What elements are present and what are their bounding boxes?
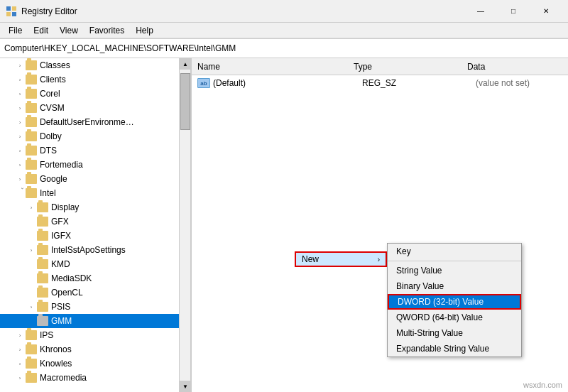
folder-icon <box>37 202 48 212</box>
tree-label: DTS <box>40 146 57 156</box>
menu-edit[interactable]: Edit <box>28 24 54 37</box>
submenu-expandable-string-value[interactable]: Expandable String Value <box>388 341 521 356</box>
folder-icon <box>37 302 48 312</box>
tree-item-ips[interactable]: › IPS <box>0 328 190 342</box>
tree-item-mediasdk[interactable]: › MediaSDK <box>0 271 190 285</box>
tree-item-knowles[interactable]: › Knowles <box>0 356 190 371</box>
tree-label: MediaSDK <box>51 273 92 283</box>
window-title: Registry Editor <box>21 6 464 16</box>
tree-label: GFX <box>51 217 69 227</box>
expand-arrow: › <box>14 145 26 156</box>
expand-arrow: › <box>14 173 26 185</box>
folder-icon <box>37 217 48 227</box>
tree-item-gmm[interactable]: › GMM <box>0 314 190 328</box>
tree-label: Khronos <box>40 344 72 354</box>
tree-label: IPS <box>40 330 53 340</box>
expand-arrow: › <box>26 301 37 312</box>
menu-help[interactable]: Help <box>130 24 159 37</box>
tree-label: Fortemedia <box>40 160 83 170</box>
expand-arrow: › <box>14 131 26 142</box>
tree-item-khronos[interactable]: › Khronos <box>0 342 190 356</box>
folder-icon <box>26 359 37 369</box>
expand-arrow: › <box>14 358 26 369</box>
new-label: New <box>302 254 319 264</box>
tree-item-gfx[interactable]: › GFX <box>0 214 190 229</box>
tree-label: IGFX <box>51 231 71 241</box>
tree-label: KMD <box>51 259 70 269</box>
tree-label: CVSM <box>40 103 65 113</box>
tree-label: IntelSstApoSettings <box>51 245 126 255</box>
tree-label: Knowles <box>40 359 72 369</box>
folder-icon <box>37 288 48 298</box>
menu-file[interactable]: File <box>3 24 28 37</box>
tree-item-psis[interactable]: › PSIS <box>0 300 190 314</box>
tree-item-corel[interactable]: › Corel <box>0 87 190 101</box>
submenu-multi-string-value[interactable]: Multi-String Value <box>388 325 521 341</box>
new-menu-item[interactable]: New › <box>295 251 387 267</box>
expand-arrow: › <box>26 202 37 213</box>
submenu-binary-value[interactable]: Binary Value <box>388 278 521 294</box>
tree-item-defaultuserenvironment[interactable]: › DefaultUserEnvironme… <box>0 115 190 129</box>
expand-arrow: › <box>14 88 26 99</box>
window-controls: — □ ✕ <box>464 0 562 23</box>
title-bar: Registry Editor — □ ✕ <box>0 0 568 23</box>
tree-label: Display <box>51 202 79 212</box>
context-menu-overlay: New › Key String Value Binary Value DWOR… <box>192 58 568 392</box>
submenu-qword-value[interactable]: QWORD (64-bit) Value <box>388 310 521 325</box>
tree-label: OpenCL <box>51 288 83 298</box>
folder-icon <box>26 188 37 198</box>
tree-item-cvsm[interactable]: › CVSM <box>0 101 190 115</box>
folder-icon <box>37 245 48 255</box>
maximize-button[interactable]: □ <box>497 0 530 23</box>
app-icon <box>6 6 17 17</box>
svg-rect-1 <box>12 6 16 11</box>
main-content: › Classes › Clients › Corel › CVSM › Def… <box>0 58 568 392</box>
folder-icon-selected <box>37 316 48 326</box>
tree-item-dolby[interactable]: › Dolby <box>0 129 190 143</box>
expand-arrow: › <box>14 74 26 85</box>
tree-item-kmd[interactable]: › KMD <box>0 257 190 271</box>
tree-label: DefaultUserEnvironme… <box>40 117 134 127</box>
tree-item-igfx[interactable]: › IGFX <box>0 229 190 243</box>
address-bar: Computer\HKEY_LOCAL_MACHINE\SOFTWARE\Int… <box>0 38 568 58</box>
expand-arrow: › <box>14 159 26 170</box>
tree-item-display[interactable]: › Display <box>0 200 190 214</box>
minimize-button[interactable]: — <box>464 0 497 23</box>
folder-icon <box>26 344 37 354</box>
tree-item-intelsstappsettings[interactable]: › IntelSstApoSettings <box>0 243 190 257</box>
expand-arrow: › <box>14 344 26 355</box>
tree-label: Classes <box>40 60 70 70</box>
menu-favorites[interactable]: Favorites <box>84 24 130 37</box>
tree-item-intel[interactable]: › Intel <box>0 186 190 200</box>
tree-item-google[interactable]: › Google <box>0 172 190 186</box>
expand-arrow: › <box>14 372 26 383</box>
submenu-string-value[interactable]: String Value <box>388 263 521 278</box>
submenu-dword-value[interactable]: DWORD (32-bit) Value <box>388 294 521 310</box>
tree-label: GMM <box>51 316 72 326</box>
submenu-key[interactable]: Key <box>388 244 521 259</box>
menu-view[interactable]: View <box>54 24 84 37</box>
expand-arrow: › <box>14 102 26 114</box>
submenu-divider <box>388 261 521 261</box>
tree-label: PSIS <box>51 302 70 312</box>
folder-icon <box>26 131 37 141</box>
tree-item-dts[interactable]: › DTS <box>0 143 190 158</box>
expand-arrow: › <box>14 60 26 71</box>
tree-label: Intel <box>40 188 56 198</box>
folder-icon <box>26 75 37 85</box>
svg-rect-2 <box>6 12 11 16</box>
folder-icon <box>37 259 48 269</box>
folder-icon <box>26 117 37 127</box>
tree-item-classes[interactable]: › Classes <box>0 58 190 72</box>
tree-item-macromedia[interactable]: › Macromedia <box>0 371 190 385</box>
tree-label: Clients <box>40 75 66 85</box>
tree-label: Dolby <box>40 131 62 141</box>
tree-item-clients[interactable]: › Clients <box>0 72 190 87</box>
tree-item-fortemedia[interactable]: › Fortemedia <box>0 158 190 172</box>
tree-label: Macromedia <box>40 373 87 383</box>
tree-item-opencl[interactable]: › OpenCL <box>0 285 190 300</box>
folder-icon <box>26 174 37 184</box>
close-button[interactable]: ✕ <box>530 0 562 23</box>
new-arrow: › <box>378 256 380 263</box>
tree-scrollbar[interactable]: ▲ ▼ <box>179 58 190 392</box>
